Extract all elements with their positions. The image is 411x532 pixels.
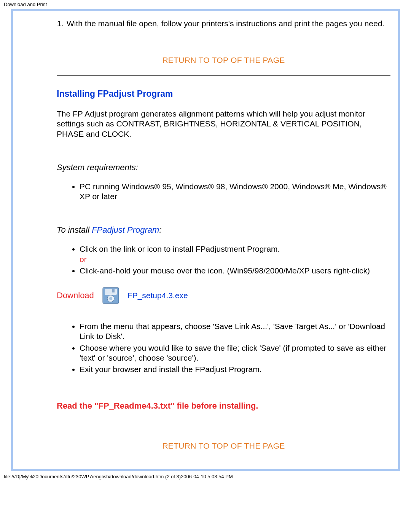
list-item: PC running Windows® 95, Windows® 98, Win… <box>80 182 390 202</box>
install-label-prefix: To install <box>57 225 92 235</box>
return-to-top-link-2: RETURN TO TOP OF THE PAGE <box>57 441 390 451</box>
or-label: or <box>80 255 87 264</box>
return-to-top-link-1: RETURN TO TOP OF THE PAGE <box>57 56 390 65</box>
list-item: Click-and-hold your mouse over the icon.… <box>80 266 390 276</box>
page-content: With the manual file open, follow your p… <box>13 11 398 469</box>
list-item: From the menu that appears, choose 'Save… <box>80 321 390 342</box>
sysreq-list: PC running Windows® 95, Windows® 98, Win… <box>80 182 390 202</box>
download-label: Download <box>57 291 94 300</box>
print-instruction-list: With the manual file open, follow your p… <box>66 19 390 28</box>
download-file-link[interactable]: FP_setup4.3.exe <box>127 291 188 300</box>
divider <box>57 75 390 76</box>
svg-rect-2 <box>112 289 115 292</box>
footer-path: file:///D|/My%20Documents/dfu/230WP7/eng… <box>0 471 411 482</box>
post-download-list: From the menu that appears, choose 'Save… <box>80 321 390 374</box>
readme-notice: Read the "FP_Readme4.3.txt" file before … <box>57 401 390 411</box>
svg-point-4 <box>109 297 112 300</box>
install-step-1-text: Click on the link or icon to install FPa… <box>80 244 280 253</box>
list-item: Exit your browser and install the FPadju… <box>80 364 390 374</box>
install-subheading: To install FPadjust Program: <box>57 225 390 235</box>
download-row: Download FP_setup4.3.exe <box>57 287 390 304</box>
install-steps-list: Click on the link or icon to install FPa… <box>80 244 390 276</box>
fpadjust-program-link[interactable]: FPadjust Program <box>92 225 159 235</box>
return-to-top-anchor[interactable]: RETURN TO TOP OF THE PAGE <box>162 441 285 450</box>
list-item: Choose where you would like to save the … <box>80 343 390 363</box>
return-to-top-anchor[interactable]: RETURN TO TOP OF THE PAGE <box>162 56 285 64</box>
sysreq-subheading: System requirements: <box>57 163 390 173</box>
page-title-small: Download and Print <box>0 0 411 9</box>
svg-rect-1 <box>105 289 117 295</box>
section-heading-fpadjust: Installing FPadjust Program <box>57 89 390 99</box>
list-item: Click on the link or icon to install FPa… <box>80 244 390 264</box>
list-item: With the manual file open, follow your p… <box>66 19 390 28</box>
install-label-suffix: : <box>159 225 161 235</box>
floppy-disk-icon[interactable] <box>102 287 119 304</box>
page-border: With the manual file open, follow your p… <box>11 9 400 471</box>
fpadjust-intro: The FP Adjust program generates alignmen… <box>57 109 390 139</box>
